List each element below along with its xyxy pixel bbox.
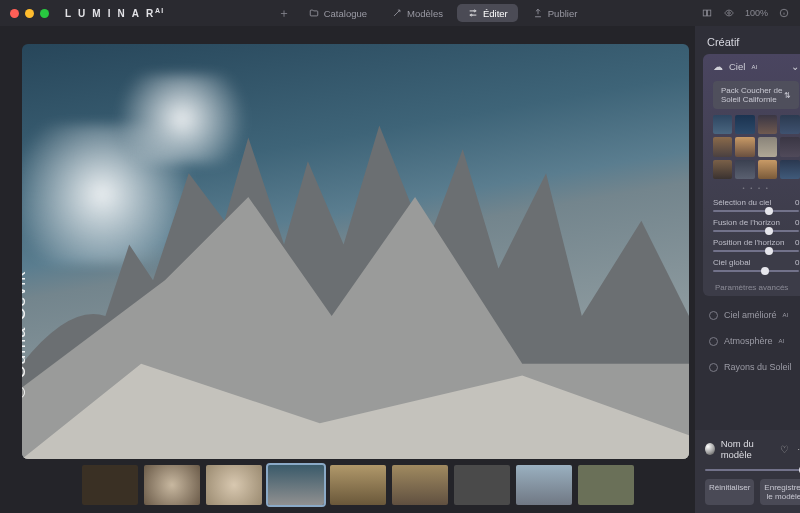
sky-preset-7[interactable]	[780, 137, 799, 156]
thumb-5[interactable]	[392, 465, 448, 505]
slider-2: Position de l'horizon0	[703, 235, 800, 255]
image-canvas[interactable]: © Cuma Cevik	[22, 44, 689, 459]
model-row: Nom du modèle ♡ ⋯	[705, 436, 800, 465]
tab-publier[interactable]: Publier	[522, 4, 588, 22]
slider-knob[interactable]	[765, 227, 773, 235]
slider-label: Ciel global	[713, 258, 750, 267]
close-window[interactable]	[10, 9, 19, 18]
sky-pack-select[interactable]: Pack Coucher de Soleil Californie ⇅	[713, 81, 799, 109]
tool-label: Rayons du Soleil	[724, 362, 792, 372]
slider-knob[interactable]	[761, 267, 769, 275]
model-thumb-icon	[705, 443, 715, 455]
advanced-params[interactable]: Paramètres avancés	[703, 275, 800, 296]
tool-icon	[709, 337, 718, 346]
cloud-icon: ☁	[713, 61, 723, 72]
slider-knob[interactable]	[765, 207, 773, 215]
slider-track[interactable]	[713, 230, 799, 232]
tool-icon	[709, 363, 718, 372]
slider-track[interactable]	[713, 270, 799, 272]
thumb-0[interactable]	[82, 465, 138, 505]
updown-icon: ⇅	[784, 91, 791, 100]
svg-point-1	[470, 14, 472, 16]
tab-catalogue[interactable]: Catalogue	[298, 4, 377, 22]
sliders-icon	[467, 7, 479, 19]
collapsed-tool-0[interactable]: Ciel amélioréAI	[695, 302, 800, 328]
right-panel: Créatif ☁ CielAI ⌄ Pack Coucher de Solei…	[695, 26, 800, 513]
compare-icon[interactable]	[701, 7, 713, 19]
slider-0: Sélection du ciel0	[703, 195, 800, 215]
tool-icon	[709, 311, 718, 320]
sky-preset-5[interactable]	[735, 137, 754, 156]
folder-icon	[308, 7, 320, 19]
slider-value: 0	[795, 218, 799, 227]
main-tabs: ＋ Catalogue Modèles Éditer Publier	[278, 4, 588, 22]
tool-label: Ciel amélioré	[724, 310, 777, 320]
zoom-level[interactable]: 100%	[745, 8, 768, 18]
eye-icon[interactable]	[723, 7, 735, 19]
sky-preset-9[interactable]	[735, 160, 754, 179]
window-controls	[10, 9, 49, 18]
app-body: © Cuma Cevik Créatif ☁ CielAI ⌄ Pack Cou…	[0, 26, 800, 513]
pack-label: Pack Coucher de Soleil Californie	[721, 86, 784, 104]
chevron-down-icon: ⌄	[791, 61, 799, 72]
slider-label: Fusion de l'horizon	[713, 218, 780, 227]
pager-dots[interactable]: • • • •	[703, 185, 800, 195]
sky-preset-0[interactable]	[713, 115, 732, 134]
sliders: Sélection du ciel0Fusion de l'horizon0Po…	[703, 195, 800, 275]
slider-label: Position de l'horizon	[713, 238, 784, 247]
watermark: © Cuma Cevik	[22, 271, 30, 399]
filmstrip	[22, 459, 689, 507]
tool-label: Atmosphère	[724, 336, 773, 346]
add-icon[interactable]: ＋	[278, 5, 290, 22]
tab-label: Catalogue	[324, 8, 367, 19]
mountain-render	[22, 79, 689, 459]
sky-preset-11[interactable]	[780, 160, 799, 179]
svg-point-4	[728, 12, 731, 15]
tab-label: Éditer	[483, 8, 508, 19]
thumb-7[interactable]	[516, 465, 572, 505]
save-model-button[interactable]: Enregistrer le modèle	[760, 479, 800, 505]
sky-preset-10[interactable]	[758, 160, 777, 179]
panel-header: Créatif	[695, 26, 800, 54]
slider-value: 0	[795, 238, 799, 247]
tab-editer[interactable]: Éditer	[457, 4, 518, 22]
thumb-1[interactable]	[144, 465, 200, 505]
svg-rect-2	[703, 10, 706, 16]
tab-modeles[interactable]: Modèles	[381, 4, 453, 22]
titlebar-right: 100%	[701, 7, 790, 19]
heart-icon[interactable]: ♡	[780, 444, 789, 455]
center-column: © Cuma Cevik	[0, 26, 695, 513]
share-icon	[532, 7, 544, 19]
thumb-8[interactable]	[578, 465, 634, 505]
sky-preset-2[interactable]	[758, 115, 777, 134]
sky-preset-6[interactable]	[758, 137, 777, 156]
slider-knob[interactable]	[765, 247, 773, 255]
tool-sky: ☁ CielAI ⌄ Pack Coucher de Soleil Califo…	[703, 54, 800, 296]
sky-preset-1[interactable]	[735, 115, 754, 134]
panel-bottom: Nom du modèle ♡ ⋯ Réinitialiser Enregist…	[695, 430, 800, 513]
thumb-3[interactable]	[268, 465, 324, 505]
svg-point-0	[474, 10, 476, 12]
thumb-4[interactable]	[330, 465, 386, 505]
collapsed-tool-2[interactable]: Rayons du Soleil	[695, 354, 800, 380]
sky-preset-3[interactable]	[780, 115, 799, 134]
thumb-2[interactable]	[206, 465, 262, 505]
slider-track[interactable]	[713, 250, 799, 252]
slider-value: 0	[795, 198, 799, 207]
minimize-window[interactable]	[25, 9, 34, 18]
svg-rect-3	[707, 10, 710, 16]
sky-preset-8[interactable]	[713, 160, 732, 179]
model-intensity-slider[interactable]	[705, 469, 800, 471]
tool-sky-header[interactable]: ☁ CielAI ⌄	[703, 54, 800, 79]
model-name[interactable]: Nom du modèle	[721, 438, 775, 460]
thumb-6[interactable]	[454, 465, 510, 505]
slider-track[interactable]	[713, 210, 799, 212]
sky-preset-4[interactable]	[713, 137, 732, 156]
tab-label: Publier	[548, 8, 578, 19]
info-icon[interactable]	[778, 7, 790, 19]
fullscreen-window[interactable]	[40, 9, 49, 18]
slider-1: Fusion de l'horizon0	[703, 215, 800, 235]
reset-button[interactable]: Réinitialiser	[705, 479, 754, 505]
collapsed-tool-1[interactable]: AtmosphèreAI	[695, 328, 800, 354]
slider-label: Sélection du ciel	[713, 198, 771, 207]
